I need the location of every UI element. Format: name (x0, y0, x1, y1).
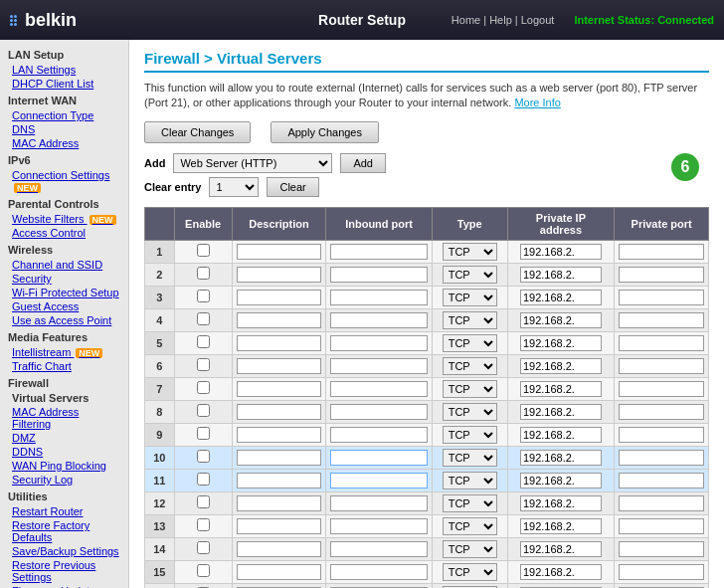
inbound-port-input[interactable] (330, 267, 428, 283)
clear-entry-select[interactable]: 12345 678910 (209, 177, 259, 197)
inbound-port-input[interactable] (330, 450, 428, 466)
clear-button[interactable]: Clear (267, 177, 318, 197)
description-input[interactable] (237, 564, 322, 580)
private-port-input[interactable] (619, 381, 704, 397)
private-ip-input[interactable] (520, 473, 602, 489)
enable-checkbox[interactable] (197, 495, 210, 508)
description-input[interactable] (237, 358, 322, 374)
private-ip-input[interactable] (520, 244, 602, 260)
sidebar-item-traffic-chart[interactable]: Traffic Chart (0, 359, 128, 373)
inbound-port-input[interactable] (330, 335, 428, 351)
private-port-input[interactable] (619, 267, 704, 283)
description-input[interactable] (237, 518, 322, 534)
top-nav[interactable]: Home | Help | Logout (452, 14, 555, 26)
enable-checkbox[interactable] (197, 564, 210, 577)
private-port-input[interactable] (619, 450, 704, 466)
private-ip-input[interactable] (520, 564, 602, 580)
type-select[interactable]: TCPUDPBOTH (443, 266, 497, 284)
description-input[interactable] (237, 427, 322, 443)
private-port-input[interactable] (619, 358, 704, 374)
sidebar-item-dhcp-client-list[interactable]: DHCP Client List (0, 77, 128, 91)
description-input[interactable] (237, 381, 322, 397)
enable-checkbox[interactable] (197, 312, 210, 325)
enable-checkbox[interactable] (197, 404, 210, 417)
enable-checkbox[interactable] (197, 381, 210, 394)
description-input[interactable] (237, 267, 322, 283)
inbound-port-input[interactable] (330, 495, 428, 511)
private-port-input[interactable] (619, 518, 704, 534)
sidebar-item-intellistream[interactable]: Intellistream NEW (0, 345, 128, 359)
add-button[interactable]: Add (340, 153, 386, 173)
private-port-input[interactable] (619, 495, 704, 511)
type-select[interactable]: TCPUDPBOTH (443, 426, 497, 444)
type-select[interactable]: TCPUDPBOTH (443, 380, 497, 398)
sidebar-item-restore-previous[interactable]: Restore Previous Settings (0, 558, 128, 584)
description-input[interactable] (237, 312, 322, 328)
private-port-input[interactable] (619, 541, 704, 557)
sidebar-item-dmz[interactable]: DMZ (0, 431, 128, 445)
description-input[interactable] (237, 244, 322, 260)
description-input[interactable] (237, 290, 322, 305)
type-select[interactable]: TCPUDPBOTH (443, 540, 497, 558)
inbound-port-input[interactable] (330, 381, 428, 397)
private-port-input[interactable] (619, 312, 704, 328)
inbound-port-input[interactable] (330, 473, 428, 489)
inbound-port-input[interactable] (330, 244, 428, 260)
private-port-input[interactable] (619, 404, 704, 420)
sidebar-item-firmware-update[interactable]: Firmware Update (0, 584, 128, 588)
private-ip-input[interactable] (520, 404, 602, 420)
enable-checkbox[interactable] (197, 244, 210, 257)
inbound-port-input[interactable] (330, 564, 428, 580)
description-input[interactable] (237, 404, 322, 420)
add-select[interactable]: Web Server (HTTP) FTP Server Telnet Cust… (173, 153, 332, 173)
private-port-input[interactable] (619, 335, 704, 351)
private-port-input[interactable] (619, 290, 704, 305)
enable-checkbox[interactable] (197, 541, 210, 554)
enable-checkbox[interactable] (197, 290, 210, 302)
description-input[interactable] (237, 450, 322, 466)
private-ip-input[interactable] (520, 427, 602, 443)
private-ip-input[interactable] (520, 335, 602, 351)
enable-checkbox[interactable] (197, 427, 210, 440)
type-select[interactable]: TCPUDPBOTH (443, 243, 497, 261)
inbound-port-input[interactable] (330, 290, 428, 305)
enable-checkbox[interactable] (197, 473, 210, 486)
enable-checkbox[interactable] (197, 267, 210, 280)
private-ip-input[interactable] (520, 267, 602, 283)
enable-checkbox[interactable] (197, 518, 210, 531)
sidebar-item-ddns[interactable]: DDNS (0, 445, 128, 459)
sidebar-item-wifi-protected-setup[interactable]: Wi-Fi Protected Setup (0, 286, 128, 299)
private-port-input[interactable] (619, 473, 704, 489)
type-select[interactable]: TCPUDPBOTH (443, 403, 497, 421)
sidebar-item-wan-ping-blocking[interactable]: WAN Ping Blocking (0, 459, 128, 473)
type-select[interactable]: TCPUDPBOTH (443, 334, 497, 352)
private-ip-input[interactable] (520, 312, 602, 328)
sidebar-item-connection-settings[interactable]: Connection Settings NEW (0, 168, 128, 194)
private-ip-input[interactable] (520, 495, 602, 511)
private-port-input[interactable] (619, 427, 704, 443)
private-ip-input[interactable] (520, 450, 602, 466)
sidebar-item-guest-access[interactable]: Guest Access (0, 299, 128, 313)
clear-changes-button-top[interactable]: Clear Changes (144, 121, 251, 143)
sidebar-item-mac-address-filtering[interactable]: MAC Address Filtering (0, 405, 128, 431)
private-ip-input[interactable] (520, 518, 602, 534)
private-ip-input[interactable] (520, 290, 602, 305)
private-port-input[interactable] (619, 564, 704, 580)
sidebar-item-security-log[interactable]: Security Log (0, 473, 128, 487)
type-select[interactable]: TCPUDPBOTH (443, 449, 497, 467)
sidebar-item-connection-type[interactable]: Connection Type (0, 108, 128, 122)
type-select[interactable]: TCPUDPBOTH (443, 289, 497, 306)
sidebar-item-save-backup[interactable]: Save/Backup Settings (0, 544, 128, 558)
private-ip-input[interactable] (520, 381, 602, 397)
sidebar-item-channel-ssid[interactable]: Channel and SSID (0, 258, 128, 272)
sidebar-item-access-control[interactable]: Access Control (0, 226, 128, 240)
sidebar-item-dns[interactable]: DNS (0, 122, 128, 136)
inbound-port-input[interactable] (330, 404, 428, 420)
inbound-port-input[interactable] (330, 312, 428, 328)
type-select[interactable]: TCPUDPBOTH (443, 517, 497, 535)
sidebar-item-lan-settings[interactable]: LAN Settings (0, 63, 128, 77)
description-input[interactable] (237, 335, 322, 351)
private-ip-input[interactable] (520, 541, 602, 557)
inbound-port-input[interactable] (330, 358, 428, 374)
description-input[interactable] (237, 473, 322, 489)
